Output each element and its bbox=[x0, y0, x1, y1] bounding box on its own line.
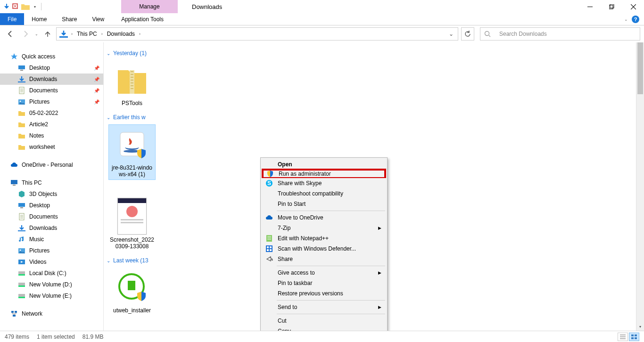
svg-point-11 bbox=[20, 101, 21, 102]
sidebar-item-pictures[interactable]: Pictures bbox=[0, 245, 103, 256]
menu-item-pin-to-taskbar[interactable]: Pin to taskbar bbox=[262, 278, 386, 288]
pin-icon: 📌 bbox=[94, 88, 99, 93]
recent-locations-button[interactable]: ⌄ bbox=[34, 32, 39, 36]
svg-rect-38 bbox=[631, 337, 634, 339]
menu-item-share-with-skype[interactable]: SShare with Skype bbox=[262, 178, 386, 188]
group-yesterday[interactable]: ⌄Yesterday (1) bbox=[107, 50, 639, 57]
refresh-button[interactable] bbox=[461, 27, 474, 41]
file-jre-installer[interactable]: jre-8u321-windows-x64 (1) bbox=[108, 124, 156, 180]
view-tab[interactable]: View bbox=[84, 13, 112, 25]
search-icon bbox=[484, 31, 491, 37]
sidebar-item-documents[interactable]: Documents bbox=[0, 211, 103, 222]
file-list-pane[interactable]: ⌄Yesterday (1) PSTools ⌄Earlier this w bbox=[104, 42, 644, 331]
view-large-icons-button[interactable] bbox=[629, 333, 639, 341]
collapse-ribbon-icon[interactable]: ⌄ bbox=[624, 17, 628, 22]
menu-item-troubleshoot-compatibility[interactable]: Troubleshoot compatibility bbox=[262, 188, 386, 199]
sidebar-item-pictures[interactable]: Pictures📌 bbox=[0, 96, 103, 107]
folder-icon bbox=[18, 132, 25, 139]
scroll-thumb[interactable] bbox=[637, 42, 643, 94]
ribbon: File Home Share View Application Tools ⌄… bbox=[0, 13, 644, 25]
sidebar-item-desktop[interactable]: Desktop bbox=[0, 200, 103, 211]
svg-rect-24 bbox=[18, 285, 25, 287]
disk-icon bbox=[18, 281, 25, 288]
sidebar-item-videos[interactable]: Videos bbox=[0, 256, 103, 268]
shield-icon bbox=[136, 291, 147, 301]
crumb-sep-icon[interactable]: › bbox=[100, 32, 104, 36]
sidebar-item-desktop[interactable]: Desktop📌 bbox=[0, 62, 103, 73]
view-details-button[interactable] bbox=[618, 333, 628, 341]
back-button[interactable] bbox=[4, 27, 17, 41]
disk-icon bbox=[18, 292, 25, 300]
folder-icon bbox=[21, 2, 30, 11]
status-size: 81.9 MB bbox=[83, 334, 104, 340]
address-dropdown-button[interactable]: ⌄ bbox=[446, 28, 457, 40]
menu-item-restore-previous-versions[interactable]: Restore previous versions bbox=[262, 288, 386, 299]
sidebar-thispc[interactable]: This PC bbox=[0, 177, 103, 188]
menu-item-cut[interactable]: Cut bbox=[262, 316, 386, 326]
help-icon[interactable]: ? bbox=[632, 16, 639, 23]
sidebar-item-downloads[interactable]: Downloads📌 bbox=[0, 73, 103, 85]
folder-icon bbox=[18, 109, 25, 117]
image-thumbnail-icon bbox=[117, 198, 147, 235]
menu-item-move-to-onedrive[interactable]: Move to OneDrive bbox=[262, 212, 386, 223]
close-button[interactable] bbox=[622, 0, 644, 13]
sidebar-item-documents[interactable]: Documents📌 bbox=[0, 85, 103, 96]
breadcrumb-thispc[interactable]: This PC bbox=[74, 31, 100, 37]
search-box[interactable]: Search Downloads bbox=[480, 27, 640, 41]
svg-rect-12 bbox=[11, 180, 17, 184]
share-tab[interactable]: Share bbox=[54, 13, 84, 25]
sidebar-item-05-02-2022[interactable]: 05-02-2022 bbox=[0, 107, 103, 119]
qat-dropdown-icon[interactable]: ▾ bbox=[32, 5, 38, 9]
menu-item-scan-with-windows-defender-[interactable]: Scan with Windows Defender... bbox=[262, 244, 386, 254]
home-tab[interactable]: Home bbox=[24, 13, 54, 25]
document-icon bbox=[18, 87, 25, 94]
crumb-sep-icon[interactable]: › bbox=[138, 32, 142, 36]
sidebar-item-new-volume-e-[interactable]: New Volume (E:) bbox=[0, 290, 103, 301]
file-screenshot[interactable]: Screenshot_20220309-133008 bbox=[108, 197, 156, 252]
menu-item-pin-to-start[interactable]: Pin to Start bbox=[262, 199, 386, 209]
menu-item-send-to[interactable]: Send to▶ bbox=[262, 302, 386, 312]
menu-item-give-access-to[interactable]: Give access to▶ bbox=[262, 268, 386, 278]
undo-icon[interactable] bbox=[12, 3, 19, 10]
sidebar-onedrive[interactable]: OneDrive - Personal bbox=[0, 159, 103, 171]
sidebar-network[interactable]: Network bbox=[0, 308, 103, 319]
sidebar-quick-access[interactable]: Quick access bbox=[0, 51, 103, 62]
file-tab[interactable]: File bbox=[0, 13, 24, 25]
navigation-bar: ⌄ › This PC › Downloads › ⌄ Search Downl… bbox=[0, 25, 644, 42]
minimize-button[interactable] bbox=[579, 0, 601, 13]
cloud-icon bbox=[10, 161, 18, 169]
menu-item-open[interactable]: Open bbox=[262, 159, 386, 170]
application-tools-tab[interactable]: Application Tools bbox=[112, 13, 173, 25]
file-pstools[interactable]: PSTools bbox=[108, 60, 156, 108]
defender-icon bbox=[265, 245, 273, 252]
forward-button[interactable] bbox=[19, 27, 32, 41]
sidebar-item-3d-objects[interactable]: 3D Objects bbox=[0, 188, 103, 200]
menu-separator bbox=[277, 314, 385, 314]
vertical-scrollbar[interactable]: ▴ ▾ bbox=[636, 42, 644, 331]
maximize-button[interactable] bbox=[601, 0, 622, 13]
sidebar-item-new-volume-d-[interactable]: New Volume (D:) bbox=[0, 279, 103, 290]
breadcrumb-downloads[interactable]: Downloads bbox=[104, 31, 138, 37]
address-bar[interactable]: › This PC › Downloads › ⌄ bbox=[56, 27, 458, 41]
sidebar-item-downloads[interactable]: Downloads bbox=[0, 222, 103, 234]
sidebar-item-local-disk-c-[interactable]: Local Disk (C:) bbox=[0, 268, 103, 279]
window-title: Downloads bbox=[178, 0, 222, 13]
chevron-down-icon: ⌄ bbox=[107, 51, 110, 56]
menu-item-edit-with-notepad-[interactable]: Edit with Notepad++ bbox=[262, 233, 386, 244]
up-button[interactable] bbox=[41, 27, 54, 41]
group-earlier-week[interactable]: ⌄Earlier this w bbox=[107, 114, 639, 121]
sidebar-item-article2[interactable]: Article2 bbox=[0, 119, 103, 130]
sidebar-item-worksheet[interactable]: worksheet bbox=[0, 141, 103, 153]
menu-item-7-zip[interactable]: 7-Zip▶ bbox=[262, 223, 386, 233]
crumb-sep-icon[interactable]: › bbox=[70, 32, 74, 36]
svg-point-5 bbox=[485, 32, 489, 36]
menu-item-run-as-administrator[interactable]: Run as administrator bbox=[262, 169, 386, 179]
scroll-down-icon[interactable]: ▾ bbox=[636, 323, 644, 331]
menu-item-share[interactable]: Share bbox=[262, 254, 386, 264]
sidebar-item-notes[interactable]: Notes bbox=[0, 130, 103, 141]
manage-tab[interactable]: Manage bbox=[121, 0, 178, 13]
menu-item-copy[interactable]: Copy bbox=[262, 326, 386, 331]
quick-access-toolbar: ▾ bbox=[0, 0, 46, 13]
file-utweb-installer[interactable]: utweb_installer bbox=[108, 268, 156, 316]
sidebar-item-music[interactable]: Music bbox=[0, 234, 103, 245]
